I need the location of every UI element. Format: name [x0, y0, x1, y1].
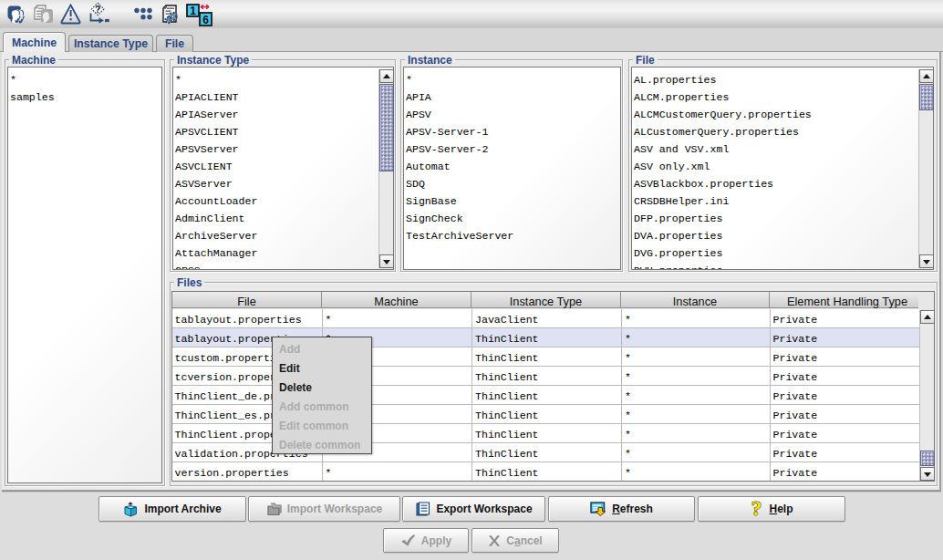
- svg-text:?: ?: [751, 501, 762, 517]
- svg-text:1: 1: [190, 5, 196, 17]
- svg-text:?: ?: [95, 4, 100, 15]
- svg-text:6: 6: [202, 14, 209, 26]
